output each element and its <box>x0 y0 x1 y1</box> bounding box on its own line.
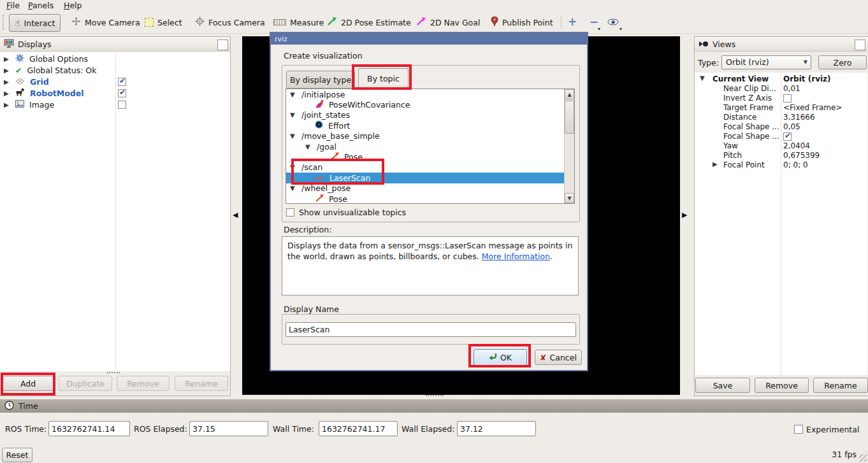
add-display-button[interactable]: Add <box>2 376 54 391</box>
wall-elapsed-input[interactable] <box>457 421 536 436</box>
menu-file[interactable]: File <box>6 1 20 10</box>
ros-elapsed-input[interactable] <box>189 421 268 436</box>
display-row-label[interactable]: Image <box>29 100 54 110</box>
topic-label[interactable]: /scan <box>301 162 322 172</box>
expander-closed-icon[interactable]: ▶ <box>4 55 11 62</box>
dialog-titlebar[interactable]: rviz <box>271 33 587 45</box>
property-name[interactable]: Distance <box>723 113 756 122</box>
robotmodel-enabled-checkbox[interactable] <box>118 89 126 97</box>
expander-open-icon[interactable]: ▼ <box>290 111 298 118</box>
property-value[interactable]: 3,31666 <box>783 113 815 122</box>
expander-open-icon[interactable]: ▼ <box>290 164 298 171</box>
tool-select[interactable]: Select <box>140 14 187 31</box>
expander-closed-icon[interactable]: ▶ <box>4 67 11 74</box>
property-value[interactable]: 0; 0; 0 <box>783 160 808 169</box>
property-name[interactable]: Pitch <box>723 151 742 160</box>
tool-properties-dropdown-icon[interactable]: ▾ <box>619 26 622 32</box>
expander-closed-icon[interactable]: ▶ <box>4 101 11 108</box>
add-tool-button[interactable]: + <box>565 14 580 29</box>
expander-open-icon[interactable]: ▼ <box>700 75 707 82</box>
expander-open-icon[interactable]: ▼ <box>290 132 298 139</box>
property-value[interactable]: 2,0404 <box>783 141 810 150</box>
tool-focus-camera[interactable]: Focus Camera <box>190 14 270 31</box>
displays-splitter-handle[interactable] <box>107 372 120 375</box>
tool-interact[interactable]: ☝ Interact <box>9 14 61 32</box>
reset-button[interactable]: Reset <box>2 448 33 462</box>
tool-properties-button[interactable] <box>605 14 621 29</box>
property-value[interactable]: 0,01 <box>783 84 800 93</box>
property-name[interactable]: Invert Z Axis <box>723 94 772 103</box>
remove-display-button[interactable]: Remove <box>117 376 170 391</box>
display-name-input[interactable] <box>286 322 576 337</box>
property-value[interactable]: <Fixed Frame> <box>783 103 842 112</box>
expander-closed-icon[interactable]: ▶ <box>712 160 720 167</box>
focal-shape-fixed-checkbox[interactable] <box>783 132 792 141</box>
property-value[interactable]: 0,05 <box>783 122 800 131</box>
topic-row-selected[interactable]: LaserScan <box>286 173 564 183</box>
views-float-button[interactable] <box>855 39 865 50</box>
rename-display-button[interactable]: Rename <box>175 376 228 391</box>
topic-label[interactable]: /move_base_simple <box>301 131 380 141</box>
ok-button[interactable]: OK <box>474 349 527 366</box>
wall-time-input[interactable] <box>319 421 398 436</box>
toolbar-drag-handle[interactable] <box>3 15 6 30</box>
property-name[interactable]: Focal Shape ... <box>723 122 779 131</box>
menu-help[interactable]: Help <box>64 1 82 10</box>
tool-2d-pose-estimate[interactable]: 2D Pose Estimate <box>322 14 416 31</box>
duplicate-display-button[interactable]: Duplicate <box>59 376 112 391</box>
image-enabled-checkbox[interactable] <box>118 101 126 109</box>
tool-publish-point[interactable]: Publish Point <box>486 14 558 31</box>
ros-time-input[interactable] <box>48 421 130 436</box>
scroll-up-icon[interactable]: ▲ <box>565 89 574 99</box>
property-name[interactable]: Focal Point <box>723 160 765 169</box>
displays-float-button[interactable] <box>217 39 228 50</box>
tab-by-display-type[interactable]: By display type <box>286 71 355 89</box>
display-row-label[interactable]: RobotModel <box>30 89 83 98</box>
expander-closed-icon[interactable]: ▶ <box>4 78 11 85</box>
cancel-button[interactable]: ✘ Cancel <box>535 350 582 365</box>
resize-grip[interactable] <box>859 454 867 462</box>
tool-2d-nav-goal[interactable]: 2D Nav Goal <box>411 14 485 31</box>
tool-measure[interactable]: Measure <box>268 14 329 31</box>
expander-open-icon[interactable]: ▼ <box>305 143 313 150</box>
remove-view-button[interactable]: Remove <box>755 378 809 393</box>
property-value[interactable]: Orbit (rviz) <box>783 75 831 83</box>
property-name[interactable]: Near Clip Di... <box>723 84 776 93</box>
property-value[interactable]: 0,675399 <box>783 151 820 160</box>
expander-open-icon[interactable]: ▼ <box>290 91 298 98</box>
view-type-combobox[interactable]: Orbit (rviz) ▼ <box>721 55 811 69</box>
zero-view-button[interactable]: Zero <box>818 55 867 69</box>
display-row-label[interactable]: Global Options <box>29 54 88 64</box>
viewport-splitter-handle[interactable] <box>426 395 444 398</box>
property-name[interactable]: Focal Shape ... <box>723 132 779 141</box>
topic-label[interactable]: /joint_states <box>301 110 350 120</box>
more-information-link[interactable]: More Information <box>482 252 550 261</box>
scroll-down-icon[interactable]: ▼ <box>565 193 574 203</box>
collapse-right-panel-icon[interactable]: ▶ <box>682 211 687 219</box>
topic-label[interactable]: /wheel_pose <box>301 183 351 193</box>
menu-panels[interactable]: Panels <box>28 1 54 10</box>
topic-label[interactable]: /initialpose <box>301 90 345 99</box>
invert-z-axis-checkbox[interactable] <box>783 94 792 103</box>
tool-move-camera[interactable]: Move Camera <box>66 14 145 31</box>
rename-view-button[interactable]: Rename <box>813 378 868 393</box>
property-name[interactable]: Target Frame <box>723 103 773 112</box>
topic-label[interactable]: Pose <box>329 194 347 204</box>
topic-label[interactable]: Pose <box>344 152 363 162</box>
collapse-left-panel-icon[interactable]: ◀ <box>233 211 238 219</box>
experimental-checkbox[interactable] <box>794 425 803 434</box>
save-view-button[interactable]: Save <box>695 378 750 393</box>
expander-open-icon[interactable]: ▼ <box>290 185 298 192</box>
topic-label[interactable]: LaserScan <box>329 173 370 183</box>
topic-label[interactable]: PoseWithCovariance <box>329 100 410 110</box>
tab-by-topic[interactable]: By topic <box>358 68 409 89</box>
scrollbar-thumb[interactable] <box>565 101 574 134</box>
expander-closed-icon[interactable]: ▶ <box>4 90 11 97</box>
display-row-label[interactable]: Grid <box>30 77 49 87</box>
property-name[interactable]: Yaw <box>723 141 738 150</box>
grid-enabled-checkbox[interactable] <box>118 78 126 86</box>
property-name[interactable]: Current View <box>712 75 769 83</box>
topic-label[interactable]: /goal <box>317 142 336 152</box>
remove-tool-dropdown-icon[interactable]: ▾ <box>598 26 600 32</box>
topic-tree-scrollbar[interactable]: ▲ ▼ <box>564 89 574 203</box>
